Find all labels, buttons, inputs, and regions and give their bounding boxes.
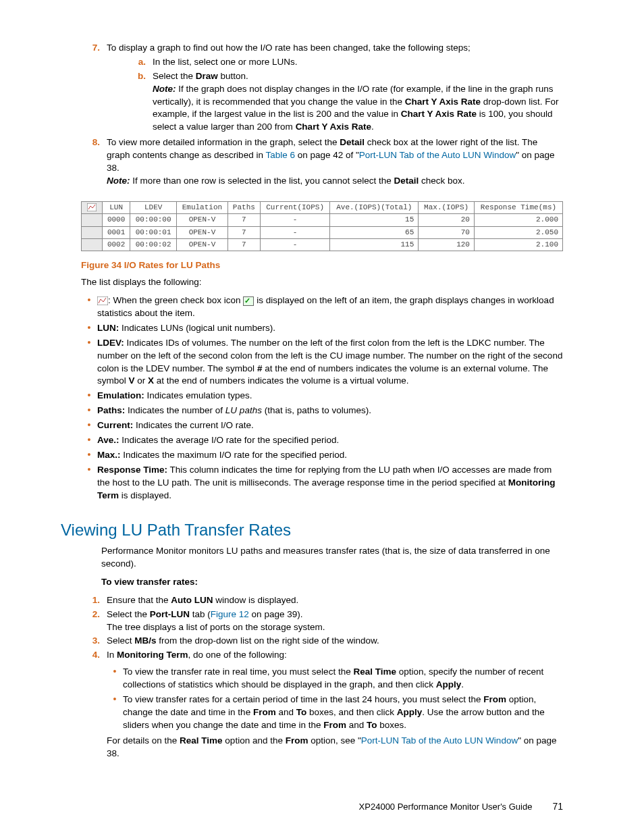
bullet-dot-icon: •	[81, 390, 97, 402]
tr-s4-a: In	[107, 650, 117, 660]
table-cell: 00:00:00	[130, 214, 177, 226]
list-item: •Max.: Indicates the maximum I/O rate fo…	[81, 449, 563, 462]
tr-step-3-body: Select MB/s from the drop-down list on t…	[107, 635, 563, 648]
b2d: From	[253, 707, 276, 717]
table-cell: 00:00:01	[130, 226, 177, 238]
table-cell: OPEN-V	[177, 238, 228, 251]
tr-s2-a: Select the	[107, 609, 150, 619]
list-item: •Emulation: Indicates emulation types.	[81, 390, 563, 402]
tr-s2-b: Port-LUN	[150, 609, 190, 619]
bullet-text: Emulation: Indicates emulation types.	[97, 390, 563, 402]
tr-step-1-body: Ensure that the Auto LUN window is displ…	[107, 594, 563, 607]
step-7b-note-label: Note:	[153, 84, 176, 94]
step-7a: a. In the list, select one or more LUNs.	[127, 56, 563, 69]
te: option, see "	[308, 735, 360, 746]
note-7b-b3: Chart Y Axis Rate	[296, 122, 371, 132]
b2l: To	[367, 720, 377, 730]
table-cell: 00:00:02	[130, 238, 177, 251]
list-item: •LUN: Indicates LUNs (logical unit numbe…	[81, 322, 563, 335]
td: From	[286, 735, 308, 746]
s8-b: Detail	[340, 137, 365, 147]
th-lun: LUN	[103, 201, 130, 213]
step-7-marker: 7.	[81, 42, 107, 135]
tr-step-1-marker: 1.	[81, 594, 107, 607]
bullet-dot-icon: •	[81, 449, 97, 462]
b2h: Apply	[397, 707, 423, 717]
b2j: From	[323, 720, 346, 730]
footer-title: XP24000 Performance Monitor User's Guide	[359, 801, 533, 813]
tr-s4-bullet-2: •To view transfer rates for a certain pe…	[107, 694, 563, 732]
step-7b-body: Select the Draw button. Note: If the gra…	[153, 70, 563, 134]
bullet-dot-icon: •	[81, 464, 97, 502]
b2g: boxes, and then click	[306, 707, 397, 717]
bullet-text: Max.: Indicates the maximum I/O rate for…	[97, 449, 563, 462]
row-icon-cell	[82, 238, 103, 251]
table-cell: OPEN-V	[177, 226, 228, 238]
b1d: Apply	[436, 679, 462, 689]
section-heading-transfer-rates: Viewing LU Path Transfer Rates	[61, 519, 563, 542]
b1e: .	[461, 679, 464, 689]
step-7b-pre: Select the	[153, 71, 196, 81]
tr-step-2-body: Select the Port-LUN tab (Figure 12 on pa…	[107, 608, 563, 634]
row-icon-cell	[82, 214, 103, 226]
tr-step-4-marker: 4.	[81, 649, 107, 760]
step-7a-text: In the list, select one or more LUNs.	[153, 56, 563, 69]
b2k: and	[346, 720, 367, 730]
table-cell: -	[260, 238, 329, 251]
s8-note-c: check box.	[419, 176, 464, 186]
tr-s3-a: Select	[107, 635, 134, 646]
b2a: To view transfer rates for a certain per…	[123, 694, 483, 704]
bullet-text: Response Time: This column indicates the…	[97, 464, 563, 502]
table-header-row: LUN LDEV Emulation Paths Current(IOPS) A…	[82, 201, 563, 213]
bullet-text: : When the green check box icon is displ…	[97, 294, 563, 320]
bullet-text: Ave.: Indicates the average I/O rate for…	[97, 434, 563, 447]
s8-link1[interactable]: Table 6	[265, 150, 295, 160]
list-item: •LDEV: Indicates IDs of volumes. The num…	[81, 337, 563, 388]
bullet-dot-icon: •	[81, 405, 97, 417]
bullet-dot-icon: •	[81, 294, 97, 320]
chart-icon	[87, 203, 97, 211]
s8-a: To view more detailed information in the…	[107, 137, 340, 147]
b1a: To view the transfer rate in real time, …	[123, 667, 353, 677]
list-intro: The list displays the following:	[81, 276, 563, 289]
table-cell: 0002	[103, 238, 130, 251]
tr-step-2: 2. Select the Port-LUN tab (Figure 12 on…	[81, 608, 563, 634]
ta: For details on the	[107, 735, 180, 746]
table-cell: 2.100	[474, 238, 562, 251]
tr-s4-tail: For details on the Real Time option and …	[107, 735, 563, 760]
th-ldev: LDEV	[130, 201, 177, 213]
bullet-dot-icon: •	[81, 337, 97, 388]
th-paths: Paths	[227, 201, 260, 213]
th-ave: Ave.(IOPS)(Total)	[330, 201, 419, 213]
list-item: •Ave.: Indicates the average I/O rate fo…	[81, 434, 563, 447]
table-cell: 2.050	[474, 226, 562, 238]
tr-s4-c: , do one of the following:	[188, 650, 287, 660]
s8-d: on page 42 of "	[295, 150, 359, 160]
note-7b-4: .	[371, 122, 374, 132]
tr-s2-link[interactable]: Figure 12	[211, 609, 249, 619]
table-cell: 2.000	[474, 214, 562, 226]
tr-s2-d: on page 39).	[249, 609, 303, 619]
footer-page-number: 71	[552, 800, 563, 814]
tr-step-3: 3. Select MB/s from the drop-down list o…	[81, 635, 563, 648]
step-7-text: To display a graph to find out how the I…	[107, 43, 471, 53]
step-7: 7. To display a graph to find out how th…	[81, 42, 563, 135]
s8-link2[interactable]: Port-LUN Tab of the Auto LUN Window	[359, 150, 516, 160]
step-7a-marker: a.	[127, 56, 153, 69]
note-7b-b1: Chart Y Axis Rate	[405, 97, 481, 107]
table-row: 000000:00:00OPEN-V7-15202.000	[82, 214, 563, 226]
chart-icon	[97, 296, 108, 305]
note-7b-b2: Chart Y Axis Rate	[401, 109, 477, 119]
io-rates-table: LUN LDEV Emulation Paths Current(IOPS) A…	[81, 201, 563, 252]
s8-note-a: If more than one row is selected in the …	[130, 176, 394, 186]
section2-sub: To view transfer rates:	[101, 576, 563, 589]
step-7b-bold: Draw	[196, 71, 218, 81]
table-cell: -	[260, 214, 329, 226]
tr-s4-tail-link[interactable]: Port-LUN Tab of the Auto LUN Window	[361, 735, 518, 746]
bullet-dot-icon: •	[107, 666, 123, 692]
table-cell: 0001	[103, 226, 130, 238]
b2b: From	[483, 694, 506, 704]
table-body: 000000:00:00OPEN-V7-15202.000000100:00:0…	[82, 214, 563, 251]
tr-s1-a: Ensure that the	[107, 595, 171, 605]
tr-s4-b1-txt: To view the transfer rate in real time, …	[123, 666, 563, 692]
